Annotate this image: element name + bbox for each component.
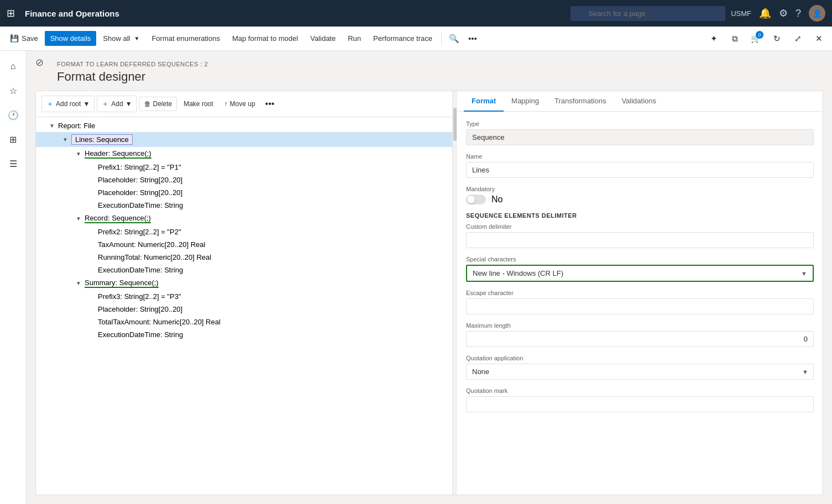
escape-character-input[interactable] (466, 298, 814, 314)
tree-toolbar: ＋ Add root ▼ ＋ Add ▼ 🗑 Delete Make ro (36, 91, 452, 117)
custom-delimiter-group: Custom delimiter (466, 223, 814, 248)
escape-character-group: Escape character (466, 290, 814, 314)
more-icon: ••• (265, 99, 275, 109)
expand-icon[interactable]: ✦ (705, 30, 723, 48)
tab-transformations[interactable]: Transformations (547, 91, 614, 112)
tree-item-placeholder2[interactable]: Placeholder: String[20..20] (36, 186, 452, 199)
content-area: ⊘ FORMAT TO LEARN DEFERRED SEQUENCES : 2… (27, 51, 832, 504)
add-button[interactable]: ＋ Add ▼ (97, 96, 137, 112)
tree-item-totaltaxamount[interactable]: TotalTaxAmount: Numeric[20..20] Real (36, 316, 452, 328)
command-bar: 💾 Save Show details Show all ▼ Format en… (0, 27, 832, 51)
maximum-length-group: Maximum length (466, 322, 814, 347)
quotation-application-select[interactable]: None All String only (466, 364, 814, 380)
notification-icon[interactable]: 🔔 (759, 7, 771, 19)
quotation-application-label: Quotation application (466, 355, 814, 361)
tree-item-lines-sequence[interactable]: ▼ Lines: Sequence (36, 132, 452, 147)
tree-item-executiondatetime-header[interactable]: ExecutionDateTime: String (36, 199, 452, 212)
tree-item-placeholder-summary[interactable]: Placeholder: String[20..20] (36, 303, 452, 316)
add-root-button[interactable]: ＋ Add root ▼ (41, 96, 95, 112)
toggle-icon: ▼ (62, 136, 71, 143)
item-label: Prefix2: String[2..2] = "P2" (98, 228, 181, 236)
tree-item-executiondatetime-record[interactable]: ExecutionDateTime: String (36, 264, 452, 276)
show-all-button[interactable]: Show all ▼ (97, 31, 145, 46)
item-label: Prefix1: String[2..2] = "P1" (98, 163, 181, 171)
search-cmd-icon[interactable]: 🔍 (445, 30, 463, 48)
maximum-length-label: Maximum length (466, 322, 814, 329)
toggle-icon: ▼ (76, 151, 85, 157)
tab-validations[interactable]: Validations (614, 91, 664, 112)
name-group: Name (466, 153, 814, 178)
modules-icon[interactable]: ☰ (2, 153, 24, 175)
mandatory-group: Mandatory No (466, 186, 814, 204)
tree-item-header-sequence[interactable]: ▼ Header: Sequence(;) (36, 147, 452, 161)
custom-delimiter-input[interactable] (466, 232, 814, 248)
map-format-to-model-button[interactable]: Map format to model (227, 31, 304, 46)
more-tree-button[interactable]: ••• (262, 96, 278, 112)
tree-content: ▼ Report: File ▼ Lines: Sequence ▼ Heade… (36, 117, 452, 495)
recent-icon[interactable]: 🕐 (2, 104, 24, 126)
tree-item-report-file[interactable]: ▼ Report: File (36, 119, 452, 132)
home-icon[interactable]: ⌂ (2, 55, 24, 77)
save-icon: 💾 (10, 34, 19, 43)
toggle-icon: ▼ (49, 123, 58, 129)
quotation-mark-input[interactable] (466, 396, 814, 412)
refresh-icon[interactable]: ↻ (768, 30, 786, 48)
tree-item-summary-sequence[interactable]: ▼ Summary: Sequence(;) (36, 276, 452, 290)
global-search-input[interactable] (571, 6, 725, 21)
props-panel: Format Mapping Transformations Validatio… (457, 91, 823, 495)
close-icon[interactable]: ✕ (810, 30, 828, 48)
tree-item-prefix2[interactable]: Prefix2: String[2..2] = "P2" (36, 225, 452, 238)
add-icon: ＋ (102, 99, 109, 109)
save-button[interactable]: 💾 Save (4, 31, 44, 46)
format-enumerations-button[interactable]: Format enumerations (146, 31, 226, 46)
tree-item-taxamount[interactable]: TaxAmount: Numeric[20..20] Real (36, 238, 452, 251)
search-wrap: 🔍 (571, 6, 725, 21)
tree-item-prefix3[interactable]: Prefix3: String[2..2] = "P3" (36, 290, 452, 303)
item-label: RunningTotal: Numeric[20..20] Real (98, 253, 211, 261)
apps-icon[interactable]: ⧉ (726, 30, 744, 48)
tree-item-prefix1[interactable]: Prefix1: String[2..2] = "P1" (36, 161, 452, 174)
item-label: TaxAmount: Numeric[20..20] Real (98, 240, 205, 249)
mandatory-value: No (491, 195, 503, 204)
move-up-button[interactable]: ↑ Move up (220, 97, 260, 111)
custom-delimiter-label: Custom delimiter (466, 223, 814, 230)
more-cmd-icon[interactable]: ••• (464, 30, 482, 48)
shopping-cart-icon[interactable]: 🛒 0 (747, 30, 765, 48)
tab-format[interactable]: Format (464, 91, 504, 112)
make-root-button[interactable]: Make root (179, 97, 217, 111)
special-characters-group: Special characters New line - Windows (C… (466, 256, 814, 282)
avatar[interactable]: 👤 (809, 5, 825, 22)
mandatory-toggle[interactable] (466, 195, 486, 204)
name-input[interactable] (466, 162, 814, 178)
performance-trace-button[interactable]: Performance trace (368, 31, 438, 46)
tree-item-executiondatetime-summary[interactable]: ExecutionDateTime: String (36, 328, 452, 341)
show-details-button[interactable]: Show details (45, 31, 97, 46)
workspaces-icon[interactable]: ⊞ (2, 128, 24, 150)
item-label: Placeholder: String[20..20] (98, 188, 182, 197)
filter-icon[interactable]: ⊘ (35, 56, 44, 69)
special-characters-select-wrap: New line - Windows (CR LF) New line - Un… (466, 265, 814, 282)
grid-menu-icon[interactable]: ⊞ (7, 7, 15, 19)
tab-mapping[interactable]: Mapping (504, 91, 547, 112)
delete-button[interactable]: 🗑 Delete (139, 97, 177, 111)
tree-item-placeholder1[interactable]: Placeholder: String[20..20] (36, 174, 452, 186)
add-chevron-icon: ▼ (125, 100, 132, 108)
add-root-chevron-icon: ▼ (83, 100, 90, 108)
type-group: Type (466, 120, 814, 145)
special-characters-select[interactable]: New line - Windows (CR LF) New line - Un… (467, 266, 813, 281)
tree-item-runningtotal[interactable]: RunningTotal: Numeric[20..20] Real (36, 251, 452, 264)
mandatory-toggle-row: No (466, 195, 814, 204)
help-icon[interactable]: ? (796, 8, 801, 19)
open-new-icon[interactable]: ⤢ (789, 30, 807, 48)
item-label: Lines: Sequence (71, 134, 133, 145)
run-button[interactable]: Run (342, 31, 367, 46)
favorites-icon[interactable]: ☆ (2, 80, 24, 102)
validate-button[interactable]: Validate (305, 31, 341, 46)
item-label: Summary: Sequence(;) (85, 279, 159, 288)
designer: ＋ Add root ▼ ＋ Add ▼ 🗑 Delete Make ro (27, 91, 832, 504)
section-delimiter-header: SEQUENCE ELEMENTS DELIMITER (466, 212, 814, 219)
settings-icon[interactable]: ⚙ (779, 7, 788, 19)
tree-item-record-sequence[interactable]: ▼ Record: Sequence(;) (36, 212, 452, 225)
item-label: Placeholder: String[20..20] (98, 305, 182, 313)
maximum-length-input[interactable] (466, 331, 814, 347)
